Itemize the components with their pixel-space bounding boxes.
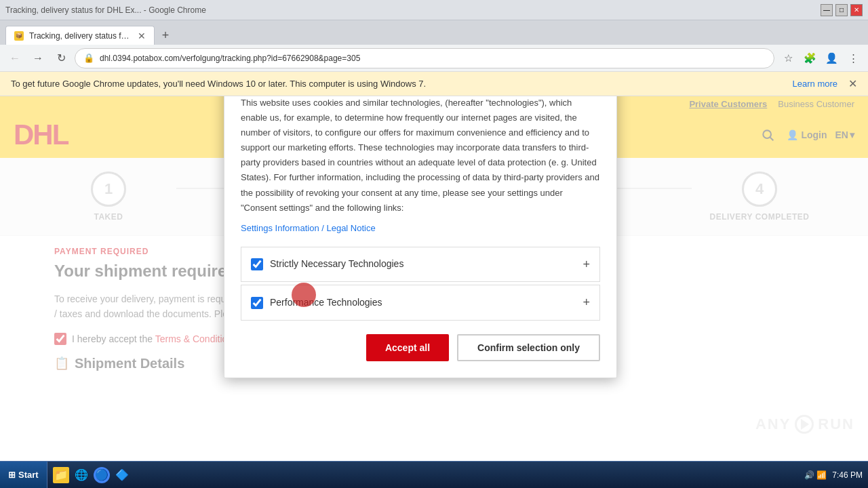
browser-tabs: 📦 Tracking, delivery status for DHL Ex..… — [0, 20, 868, 45]
windows-icon: ⊞ — [8, 470, 16, 480]
lock-icon: 🔒 — [83, 53, 94, 63]
back-button[interactable]: ← — [5, 49, 24, 68]
page-content: Private Customers Business Customer DHL … — [0, 96, 868, 461]
taskbar-ie-icon[interactable]: 🌐 — [73, 467, 90, 483]
taskbar-pinned-icons: 📁 🌐 🔵 🔷 — [47, 467, 136, 483]
privacy-preference-modal: Privacy Preference Center This website u… — [224, 96, 617, 378]
expand-0-icon[interactable]: + — [583, 254, 590, 275]
extensions-button[interactable]: 🧩 — [800, 49, 819, 68]
browser-toolbar: ← → ↻ 🔒 dhl.0394.potabox.com/verfolgung/… — [0, 45, 868, 72]
menu-button[interactable]: ⋮ — [844, 49, 863, 68]
privacy-toggle-list: Strictly Necessary Technologies + Perfor… — [241, 247, 600, 321]
accept-all-button[interactable]: Accept all — [366, 334, 449, 361]
tab-close-button[interactable]: ✕ — [138, 30, 146, 41]
confirm-selection-button[interactable]: Confirm selection only — [457, 334, 600, 361]
bookmark-this-page-button[interactable]: ☆ — [778, 49, 797, 68]
privacy-label-1: Performance Technologies — [270, 295, 576, 311]
active-tab[interactable]: 📦 Tracking, delivery status for DHL Ex..… — [5, 26, 155, 45]
forward-button[interactable]: → — [28, 49, 47, 68]
learn-more-link[interactable]: Learn more — [793, 79, 837, 89]
system-tray-icons: 🔊 📶 — [804, 470, 827, 480]
privacy-item-1: Performance Technologies + — [241, 285, 600, 321]
modal-description-text: This website uses cookies and similar te… — [241, 96, 600, 216]
modal-body: This website uses cookies and similar te… — [224, 96, 616, 334]
tab-favicon: 📦 — [14, 31, 24, 41]
minimize-button[interactable]: — — [821, 4, 833, 16]
toolbar-icons: ☆ 🧩 👤 ⋮ — [778, 49, 863, 68]
address-bar[interactable]: 🔒 dhl.0394.potabox.com/verfolgung/tracki… — [75, 48, 774, 68]
taskbar-edge-icon[interactable]: 🔷 — [114, 467, 130, 483]
start-button[interactable]: ⊞ Start — [0, 462, 47, 488]
refresh-button[interactable]: ↻ — [52, 49, 71, 68]
new-tab-button[interactable]: + — [156, 26, 175, 45]
privacy-check-1[interactable] — [251, 297, 263, 309]
close-button[interactable]: ✕ — [850, 4, 863, 16]
chrome-notification-bar: To get future Google Chrome updates, you… — [0, 72, 868, 96]
privacy-check-0[interactable] — [251, 258, 263, 270]
privacy-item-0: Strictly Necessary Technologies + — [241, 247, 600, 283]
start-label: Start — [18, 470, 39, 480]
notification-text: To get future Google Chrome updates, you… — [11, 79, 426, 89]
taskbar-folder-icon[interactable]: 📁 — [53, 467, 69, 483]
taskbar: ⊞ Start 📁 🌐 🔵 🔷 🔊 📶 7:46 PM — [0, 461, 868, 488]
maximize-button[interactable]: □ — [835, 4, 848, 16]
notification-close-button[interactable]: ✕ — [848, 77, 857, 90]
browser-title-text: Tracking, delivery status for DHL Ex... … — [5, 5, 206, 15]
browser-titlebar: Tracking, delivery status for DHL Ex... … — [0, 0, 868, 20]
user-profile-button[interactable]: 👤 — [822, 49, 841, 68]
taskbar-chrome-icon[interactable]: 🔵 — [94, 467, 110, 483]
taskbar-right: 🔊 📶 7:46 PM — [799, 470, 868, 480]
modal-links[interactable]: Settings Information / Legal Notice — [241, 221, 600, 236]
tab-title: Tracking, delivery status for DHL Ex... — [29, 31, 132, 41]
privacy-label-0: Strictly Necessary Technologies — [270, 256, 576, 272]
expand-1-icon[interactable]: + — [583, 292, 590, 313]
window-controls: — □ ✕ — [821, 4, 863, 16]
url-text: dhl.0394.potabox.com/verfolgung/tracking… — [100, 54, 766, 63]
taskbar-time: 7:46 PM — [832, 470, 863, 480]
modal-buttons: Accept all Confirm selection only — [224, 334, 616, 378]
